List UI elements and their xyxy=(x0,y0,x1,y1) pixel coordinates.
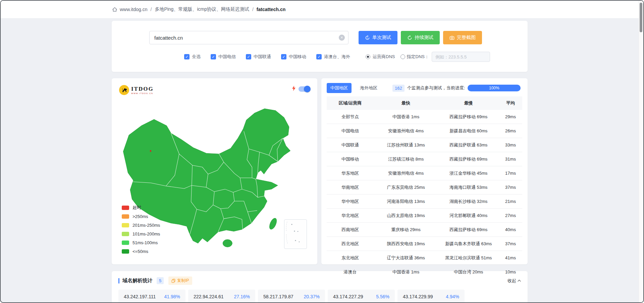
host-input[interactable] xyxy=(149,31,348,44)
table-cell: 17ms xyxy=(499,166,522,180)
table-cell: 全部节点 xyxy=(327,110,374,124)
full-screenshot-button[interactable]: 完整截图 xyxy=(443,31,482,44)
button-label: 完整截图 xyxy=(457,35,476,41)
progress-bar: 100% xyxy=(468,85,521,91)
checkbox-label: 中国移动 xyxy=(289,54,306,60)
checkbox-item[interactable]: ✓中国联通 xyxy=(246,54,271,60)
legend-item: 201ms-250ms xyxy=(122,221,160,229)
legend-swatch xyxy=(122,249,129,254)
tab-overseas-region[interactable]: 海外地区 xyxy=(356,83,381,93)
table-cell: 37ms xyxy=(499,237,522,251)
table-row: 西北地区陕西西安电信 19ms新疆乌鲁木齐联通 63ms37ms xyxy=(327,237,522,251)
tab-china-region[interactable]: 中国地区 xyxy=(327,83,352,93)
breadcrumb: www.itdog.cn/多地Ping、常规版、icmp协议、网络延迟测试/fa… xyxy=(112,6,285,12)
table-cell: 西藏拉萨移动 69ms xyxy=(438,110,499,124)
itdog-logo: ITDOG WWW.ITDOG.CN xyxy=(119,85,154,95)
results-panel: 中国地区 海外地区 162 个监测点参与测试，当前进度: 100% 区域/运营商… xyxy=(321,78,528,264)
column-header: 平均 xyxy=(499,96,522,110)
single-test-button[interactable]: 1单次测试 xyxy=(359,31,397,44)
toggle-knob xyxy=(304,86,311,92)
table-cell: 西北地区 xyxy=(327,237,374,251)
radio-carrier-dns[interactable]: 运营商DNS xyxy=(366,54,395,60)
checkbox-label: 中国联通 xyxy=(254,54,271,60)
table-cell: 安徽滁州电信 4ms xyxy=(374,124,438,138)
checkbox-check-icon: ✓ xyxy=(246,54,251,59)
table-row: 中国联通江苏徐州联通 13ms西藏拉萨联通 63ms33ms xyxy=(327,138,522,152)
legend-item: 超时 xyxy=(122,203,160,212)
legend-label: 201ms-250ms xyxy=(132,223,160,228)
home-icon[interactable] xyxy=(112,7,117,12)
table-cell: 广东东莞电信 25ms xyxy=(374,180,438,194)
table-cell: 新疆乌鲁木齐联通 63ms xyxy=(438,237,499,251)
table-cell: 29ms xyxy=(499,110,522,124)
radio-custom-dns[interactable]: 指定DNS： xyxy=(400,54,429,60)
map-marker xyxy=(150,150,151,152)
table-cell: 华北地区 xyxy=(327,209,374,223)
table-row: 华东地区安徽滁州电信 4ms浙江金华移动 45ms17ms xyxy=(327,166,522,180)
table-cell: 辽宁大连联通 36ms xyxy=(374,251,438,265)
legend-label: 51ms-100ms xyxy=(132,240,158,245)
table-cell: 华南地区 xyxy=(327,180,374,194)
table-cell: 江苏镇江移动 8ms xyxy=(374,152,438,166)
legend-label: 101ms-200ms xyxy=(132,231,160,236)
table-cell: 浙江金华移动 45ms xyxy=(438,166,499,180)
scrollbar-track[interactable] xyxy=(639,1,643,302)
dns-options: 运营商DNS 指定DNS： xyxy=(366,52,490,62)
table-row: 港澳台中国香港 1ms中国台湾 20ms10ms xyxy=(327,265,522,279)
scrollbar-thumb[interactable] xyxy=(640,3,642,32)
taiwan-island[interactable] xyxy=(268,217,278,230)
breadcrumb-item[interactable]: www.itdog.cn xyxy=(120,7,147,12)
ip-percent: 4.94% xyxy=(446,294,459,299)
table-cell: 西藏拉萨联通 63ms xyxy=(438,138,499,152)
continuous-test-button[interactable]: 持续测试 xyxy=(401,31,440,44)
legend-swatch xyxy=(122,214,129,219)
section-accent-bar xyxy=(118,278,119,284)
ip-percent: 5.56% xyxy=(376,294,389,299)
copy-ip-button[interactable]: 复制IP xyxy=(168,276,192,285)
checkbox-item[interactable]: ✓港澳台、海外 xyxy=(316,54,350,60)
breadcrumb-separator: / xyxy=(150,7,152,12)
table-cell: 华中地区 xyxy=(327,194,374,209)
checkbox-check-icon: ✓ xyxy=(316,54,322,59)
collapse-toggle[interactable]: 收起 xyxy=(507,278,521,284)
search-panel: × 1单次测试持续测试完整截图 ✓全选✓中国电信✓中国联通✓中国移动✓港澳台、海… xyxy=(112,21,528,72)
checkbox-item[interactable]: ✓全选 xyxy=(184,54,201,60)
table-cell: 西南地区 xyxy=(327,223,374,237)
chevron-up-icon xyxy=(518,279,521,282)
dns-input[interactable] xyxy=(432,52,490,62)
results-table: 区域/运营商最快最慢平均 全部节点中国香港 1ms西藏拉萨移动 69ms29ms… xyxy=(327,96,522,279)
table-cell: 40ms xyxy=(499,223,522,237)
checkbox-item[interactable]: ✓中国移动 xyxy=(281,54,306,60)
copy-icon xyxy=(171,279,175,283)
hainan-island[interactable] xyxy=(223,240,232,247)
table-cell: 新疆昌吉电信 60ms xyxy=(438,124,499,138)
clear-icon[interactable]: × xyxy=(339,35,345,41)
ip-address: 222.94.224.61 xyxy=(194,294,224,299)
ip-percent: 41.98% xyxy=(164,294,180,299)
table-cell: 27ms xyxy=(499,209,522,223)
breadcrumb-separator: / xyxy=(252,7,254,12)
table-row: 西南地区重庆移动 29ms西藏拉萨移动 69ms40ms xyxy=(327,223,522,237)
radio-label: 运营商DNS xyxy=(373,54,395,60)
svg-text:1: 1 xyxy=(367,36,368,39)
button-label: 持续测试 xyxy=(415,35,433,41)
itdog-dog-icon xyxy=(119,85,129,95)
isp-checkboxes: ✓全选✓中国电信✓中国联通✓中国移动✓港澳台、海外 xyxy=(184,54,350,60)
checkbox-item[interactable]: ✓中国电信 xyxy=(211,54,236,60)
ip-percent: 20.37% xyxy=(304,294,320,299)
legend-label: >250ms xyxy=(132,214,148,219)
map-speed-toggle[interactable] xyxy=(299,86,310,92)
table-cell: 东北地区 xyxy=(327,251,374,265)
table-cell: 港澳台 xyxy=(327,265,374,279)
checkbox-check-icon: ✓ xyxy=(184,54,190,59)
breadcrumb-item[interactable]: 多地Ping、常规版、icmp协议、网络延迟测试 xyxy=(155,6,249,12)
table-cell: 山西太原电信 19ms xyxy=(374,209,438,223)
legend-swatch xyxy=(122,206,129,210)
progress-text: 个监测点参与测试，当前进度: xyxy=(407,85,465,91)
breadcrumb-item[interactable]: fatcattech.cn xyxy=(257,7,285,12)
legend-item: 101ms-200ms xyxy=(122,229,160,238)
ip-address: 43.174.229.99 xyxy=(403,294,433,299)
region-tabs: 中国地区 海外地区 xyxy=(327,83,381,93)
table-cell: 中国香港 1ms xyxy=(374,265,438,279)
table-cell: 中国台湾 20ms xyxy=(438,265,499,279)
